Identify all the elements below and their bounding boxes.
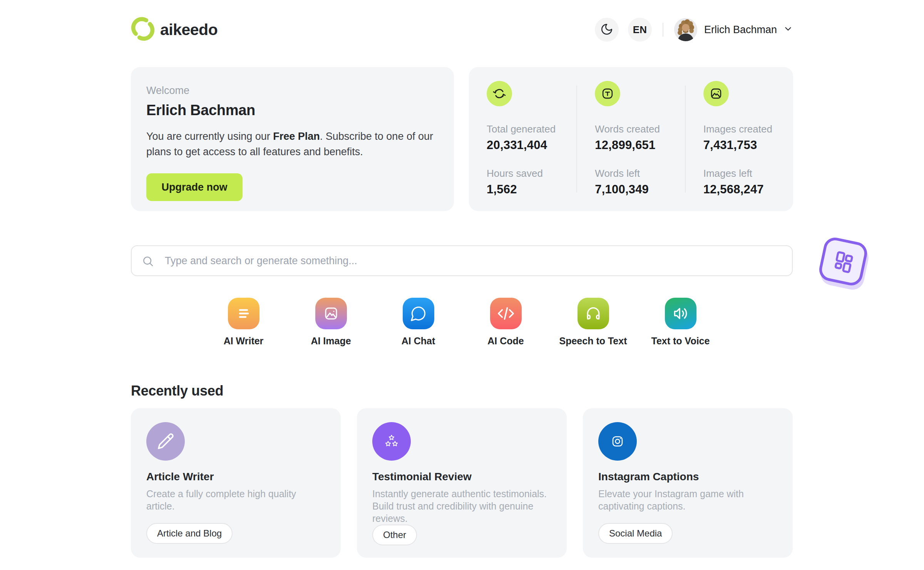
recent-card-article-writer[interactable]: Article Writer Create a fully complete h… xyxy=(131,408,341,558)
brand-name: aikeedo xyxy=(160,21,218,39)
usage-stats-card: Total generated 20,331,404 Hours saved 1… xyxy=(469,67,793,211)
recently-used-heading: Recently used xyxy=(131,383,793,399)
recent-card-tag[interactable]: Social Media xyxy=(598,523,673,544)
tool-ai-writer[interactable]: AI Writer xyxy=(200,298,287,347)
language-label: EN xyxy=(633,24,647,36)
header-controls: EN xyxy=(595,18,793,42)
stat-value: 1,562 xyxy=(487,183,576,196)
dashboard-page: aikeedo EN xyxy=(0,0,924,570)
tool-text-to-voice[interactable]: Text to Voice xyxy=(637,298,724,347)
tool-label: AI Chat xyxy=(402,335,435,347)
speaker-icon xyxy=(665,298,696,329)
tool-label: AI Writer xyxy=(224,335,264,347)
stat-column-images: Images created 7,431,753 Images left 12,… xyxy=(686,81,793,197)
tool-ai-chat[interactable]: AI Chat xyxy=(375,298,462,347)
recent-card-title: Instagram Captions xyxy=(598,471,777,483)
welcome-user-name: Erlich Bachman xyxy=(146,102,439,119)
headphones-icon xyxy=(578,298,609,329)
search-icon xyxy=(142,255,154,269)
stat-value: 20,331,404 xyxy=(487,138,576,152)
stat-label: Images left xyxy=(703,168,793,179)
stars-icon xyxy=(372,422,411,461)
recent-card-title: Article Writer xyxy=(146,471,325,483)
stat-label: Words left xyxy=(595,168,685,179)
stat-value: 7,100,349 xyxy=(595,183,685,196)
hero-row: Welcome Erlich Bachman You are currently… xyxy=(131,67,793,211)
picture-icon xyxy=(315,298,347,329)
floating-apps-button[interactable] xyxy=(817,235,869,287)
pencil-icon xyxy=(146,422,185,461)
instagram-icon xyxy=(598,422,637,461)
stat-label: Hours saved xyxy=(487,168,576,179)
text-icon xyxy=(595,81,620,106)
tool-ai-image[interactable]: AI Image xyxy=(287,298,375,347)
stat-column-words: Words created 12,899,651 Words left 7,10… xyxy=(577,81,685,197)
tool-label: AI Code xyxy=(487,335,524,347)
image-icon xyxy=(703,81,729,106)
welcome-card: Welcome Erlich Bachman You are currently… xyxy=(131,67,454,211)
text-lines-icon xyxy=(228,298,259,329)
aikeedo-swirl-icon xyxy=(131,17,155,42)
recent-card-description: Instantly generate authentic testimonial… xyxy=(372,488,551,525)
tool-label: Speech to Text xyxy=(559,335,627,347)
recent-card-title: Testimonial Review xyxy=(372,471,551,483)
stat-column-generated: Total generated 20,331,404 Hours saved 1… xyxy=(469,81,576,197)
tool-speech-to-text[interactable]: Speech to Text xyxy=(549,298,637,347)
chat-bubble-icon xyxy=(403,298,434,329)
tool-label: AI Image xyxy=(311,335,351,347)
avatar xyxy=(674,18,697,41)
sync-icon xyxy=(487,81,512,106)
moon-icon xyxy=(600,23,613,37)
recent-card-testimonial-review[interactable]: Testimonial Review Instantly generate au… xyxy=(357,408,567,558)
tools-row: AI Writer AI Image AI xyxy=(131,298,793,347)
search-bar xyxy=(131,245,793,276)
recent-card-instagram-captions[interactable]: Instagram Captions Elevate your Instagra… xyxy=(583,408,793,558)
recent-card-tag[interactable]: Other xyxy=(372,525,417,545)
plan-name: Free Plan xyxy=(273,131,320,142)
recently-used-cards: Article Writer Create a fully complete h… xyxy=(131,408,793,558)
stat-label: Images created xyxy=(703,123,793,135)
language-button[interactable]: EN xyxy=(628,18,652,42)
header: aikeedo EN xyxy=(131,17,793,42)
search-input[interactable] xyxy=(131,245,793,276)
tool-label: Text to Voice xyxy=(651,335,710,347)
stat-value: 7,431,753 xyxy=(703,138,793,152)
account-menu[interactable]: Erlich Bachman xyxy=(674,18,793,41)
dark-mode-button[interactable] xyxy=(595,18,619,42)
stat-label: Total generated xyxy=(487,123,576,135)
tool-ai-code[interactable]: AI Code xyxy=(462,298,549,347)
upgrade-button[interactable]: Upgrade now xyxy=(146,173,243,201)
stat-value: 12,899,651 xyxy=(595,138,685,152)
grid-icon xyxy=(829,247,857,276)
welcome-eyebrow: Welcome xyxy=(146,85,439,97)
header-divider xyxy=(663,23,663,37)
account-name: Erlich Bachman xyxy=(704,24,777,36)
code-icon xyxy=(490,298,522,329)
recent-card-description: Create a fully complete high quality art… xyxy=(146,488,325,512)
recent-card-tag[interactable]: Article and Blog xyxy=(146,523,233,544)
stat-value: 12,568,247 xyxy=(703,183,793,196)
stat-label: Words created xyxy=(595,123,685,135)
brand-logo[interactable]: aikeedo xyxy=(131,17,218,42)
plan-message: You are currently using our Free Plan. S… xyxy=(146,129,450,159)
recent-card-description: Elevate your Instagram game with captiva… xyxy=(598,488,777,512)
chevron-down-icon xyxy=(783,24,793,35)
